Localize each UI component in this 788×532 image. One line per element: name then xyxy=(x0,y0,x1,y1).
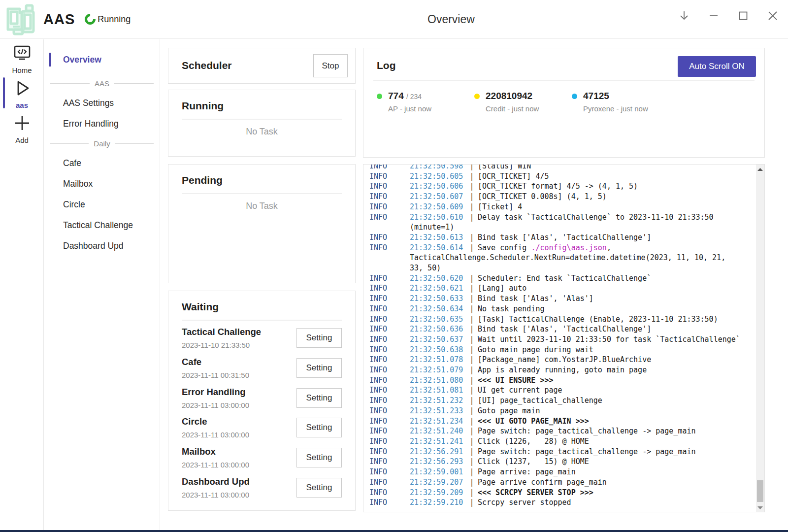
log-level: INFO xyxy=(369,365,410,375)
log-line: INFO21:32:50.614|Save config ./config\aa… xyxy=(369,243,756,253)
log-separator: | xyxy=(466,212,478,223)
log-timestamp: 21:32:59.210 xyxy=(410,498,466,508)
update-download-icon[interactable] xyxy=(678,9,690,22)
log-line: INFO21:32:51.081|UI get current page xyxy=(369,385,756,396)
nav-rail-label: Home xyxy=(12,66,32,74)
task-setting-button[interactable]: Setting xyxy=(296,388,342,408)
log-level: INFO xyxy=(369,181,410,192)
sidebar-section-divider: Daily xyxy=(44,134,160,153)
log-line: INFO21:32:56.293|Click (1237, 15) @ HOME xyxy=(369,457,756,467)
log-level: INFO xyxy=(369,477,410,488)
log-message: [OCR_TICKET] 4/5 xyxy=(478,171,549,182)
log-separator: | xyxy=(466,488,478,498)
log-timestamp: 21:32:51.081 xyxy=(410,385,466,396)
log-line: INFO21:32:50.605|[OCR_TICKET] 4/5 xyxy=(369,171,756,182)
log-line: INFO21:32:50.613|Bind task ['Alas', 'Tac… xyxy=(369,233,756,243)
divider xyxy=(182,193,342,194)
log-scroll-area[interactable]: INFO21:32:50.598|[Status] WININFO21:32:5… xyxy=(363,165,756,512)
log-level xyxy=(369,253,410,263)
sidebar-item-aas-settings[interactable]: AAS Settings xyxy=(44,93,160,113)
close-button[interactable] xyxy=(766,9,779,22)
nav-rail-label: Add xyxy=(15,136,29,144)
log-timestamp: 21:32:50.606 xyxy=(410,181,466,192)
maximize-button[interactable] xyxy=(737,9,750,22)
log-separator: | xyxy=(466,334,478,345)
log-message: Bind task ['Alas', 'Alas'] xyxy=(478,294,593,304)
log-separator: | xyxy=(466,324,478,334)
sidebar-item-dashboard-upd[interactable]: Dashboard Upd xyxy=(44,235,160,256)
log-message: TacticalChallenge.Scheduler.NextRun=date… xyxy=(410,253,725,263)
log-timestamp: 21:32:59.209 xyxy=(410,488,466,498)
log-level: INFO xyxy=(369,202,410,212)
auto-scroll-button[interactable]: Auto Scroll ON xyxy=(678,56,756,77)
task-setting-button[interactable]: Setting xyxy=(296,478,342,498)
waiting-task-list: Tactical Challenge2023-11-10 21:33:50Set… xyxy=(182,324,348,503)
log-line: INFO21:32:50.633|Bind task ['Alas', 'Ala… xyxy=(369,294,756,304)
sidebar-item-circle[interactable]: Circle xyxy=(44,194,160,215)
log-message: <<< UI GOTO PAGE_MAIN >>> xyxy=(478,416,589,427)
task-setting-button[interactable]: Setting xyxy=(296,448,342,467)
sidebar-item-error-handling[interactable]: Error Handling xyxy=(44,113,160,134)
sidebar-item-overview[interactable]: Overview xyxy=(44,51,160,68)
log-timestamp: 21:32:51.079 xyxy=(410,365,466,375)
log-level: INFO xyxy=(369,375,410,386)
log-line: INFO21:32:50.610|Delay task `TacticalCha… xyxy=(369,212,756,223)
log-message: Wait until 2023-11-10 21:33:50 for task … xyxy=(478,334,740,345)
log-line: INFO21:32:50.635|[Task] TacticalChalleng… xyxy=(369,314,756,325)
log-line: INFO21:32:50.637|Wait until 2023-11-10 2… xyxy=(369,334,756,345)
running-title: Running xyxy=(182,100,224,112)
stat-value: 774 / 234 xyxy=(388,91,431,101)
scroll-up-icon[interactable] xyxy=(756,166,764,174)
scrollbar-thumb[interactable] xyxy=(757,480,763,502)
task-setting-button[interactable]: Setting xyxy=(296,418,342,437)
task-setting-button[interactable]: Setting xyxy=(296,358,342,378)
nav-rail-item-aas[interactable]: aas xyxy=(0,74,44,109)
log-separator: | xyxy=(466,283,478,294)
log-message: Scheduler: End task `TacticalChallenge` xyxy=(478,273,651,284)
log-timestamp: 21:32:50.634 xyxy=(410,304,466,314)
stop-button[interactable]: Stop xyxy=(313,54,348,77)
log-separator: | xyxy=(466,406,478,416)
log-timestamp: 21:32:50.605 xyxy=(410,171,466,182)
log-line: INFO21:32:50.609|[Ticket] 4 xyxy=(369,202,756,212)
log-line: INFO21:32:51.079|App is already running,… xyxy=(369,365,756,375)
nav-rail-item-home[interactable]: Home xyxy=(0,39,44,74)
task-setting-button[interactable]: Setting xyxy=(296,328,342,348)
stat-suffix: / 234 xyxy=(406,93,422,100)
stat-value: 220810942 xyxy=(486,91,539,101)
log-message: Goto main page during wait xyxy=(478,345,593,355)
waiting-task-row: Tactical Challenge2023-11-10 21:33:50Set… xyxy=(182,324,348,354)
log-line: INFO21:32:50.621|[Lang] auto xyxy=(369,283,756,294)
log-message: Page switch: page_tactical_challenge -> … xyxy=(478,447,696,457)
sidebar-item-label: AAS Settings xyxy=(63,98,114,108)
log-message: [UI] page_tactical_challenge xyxy=(478,396,602,406)
running-spinner-icon xyxy=(83,11,98,27)
stat-item: 774 / 234AP - just now xyxy=(377,91,474,113)
waiting-task-row: Error Handling2023-11-11 03:00:00Setting xyxy=(182,384,348,414)
log-separator: | xyxy=(466,477,478,488)
sidebar-item-label: Dashboard Upd xyxy=(63,241,124,251)
log-timestamp: 21:32:50.607 xyxy=(410,192,466,202)
sidebar-item-tactical-challenge[interactable]: Tactical Challenge xyxy=(44,215,160,235)
waiting-task-row: Dashboard Upd2023-11-11 03:00:00Setting xyxy=(182,473,348,503)
log-timestamp: 21:32:50.633 xyxy=(410,294,466,304)
minimize-button[interactable] xyxy=(707,9,720,22)
log-level: INFO xyxy=(369,396,410,406)
log-separator: | xyxy=(466,416,478,427)
log-message: Bind task ['Alas', 'TacticalChallenge'] xyxy=(478,324,651,334)
running-empty-text: No Task xyxy=(168,127,355,137)
nav-rail-item-add[interactable]: Add xyxy=(0,109,44,144)
scroll-down-icon[interactable] xyxy=(756,503,764,512)
stat-value: 47125 xyxy=(583,91,648,101)
stat-dot-icon xyxy=(377,94,382,99)
log-level: INFO xyxy=(369,243,410,253)
sidebar-item-label: Tactical Challenge xyxy=(63,220,133,231)
log-message: [OCR_TICKET format] 4/5 -> (4, 1, 5) xyxy=(478,181,638,192)
log-timestamp: 21:32:51.241 xyxy=(410,436,466,447)
sidebar-item-cafe[interactable]: Cafe xyxy=(44,153,160,173)
log-message: [Task] TacticalChallenge (Enable, 2023-1… xyxy=(478,314,718,325)
log-scrollbar[interactable] xyxy=(756,165,764,512)
log-separator: | xyxy=(466,181,478,192)
sidebar-item-mailbox[interactable]: Mailbox xyxy=(44,173,160,194)
log-level: INFO xyxy=(369,426,410,436)
